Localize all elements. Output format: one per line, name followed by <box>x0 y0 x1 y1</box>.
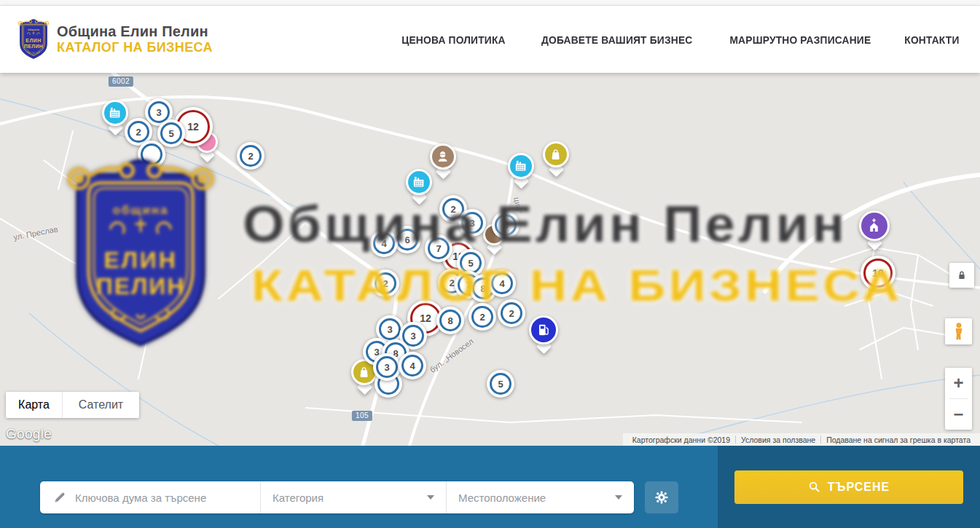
map-cluster-marker[interactable]: 3 <box>373 353 401 381</box>
lock-icon <box>956 269 968 281</box>
map-cluster-marker[interactable]: 10 <box>861 256 895 291</box>
cluster-count: 8 <box>447 315 452 326</box>
cluster-count: 10 <box>872 267 884 279</box>
brand[interactable]: Община Елин Пелин КАТАЛОГ НА БИЗНЕСА <box>16 17 213 62</box>
zoom-control: + − <box>945 368 972 430</box>
cluster-count: 3 <box>387 324 392 335</box>
cluster-count: 4 <box>499 278 504 289</box>
map-pin-fuel[interactable] <box>529 315 558 354</box>
top-strip <box>0 0 980 6</box>
keyword-search-input[interactable] <box>75 492 251 504</box>
cluster-count: 5 <box>498 379 503 390</box>
search-submit-panel: ТЪРСЕНЕ <box>718 446 980 528</box>
pencil-icon <box>53 491 66 504</box>
factory-icon <box>412 175 426 189</box>
map-cluster-marker[interactable]: 5 <box>487 370 514 398</box>
markers-layer: 3212522351364752278412822333834510 <box>0 73 980 446</box>
map-type-control: Карта Сателит <box>6 392 139 418</box>
search-fields-group: Категория Местоположение <box>40 481 634 513</box>
site-subtitle: КАТАЛОГ НА БИЗНЕСА <box>57 40 213 55</box>
zoom-in-button[interactable]: + <box>945 368 972 398</box>
bag-icon <box>549 147 562 161</box>
cluster-count: 3 <box>469 218 474 229</box>
map-attribution: Картографски данни ©2019 Условия за полз… <box>623 433 980 446</box>
cluster-count: 6 <box>404 235 409 245</box>
map-cluster-marker[interactable]: 2 <box>469 303 496 331</box>
municipality-crest-logo <box>16 17 51 62</box>
pegman-icon <box>951 322 967 341</box>
category-select[interactable]: Категория <box>260 481 446 513</box>
nav-item-route-schedule[interactable]: МАРШРУТНО РАЗПИСАНИЕ <box>730 34 871 46</box>
bag-icon <box>357 365 371 379</box>
cluster-count: 12 <box>420 312 431 324</box>
cluster-count: 8 <box>480 283 485 294</box>
location-select[interactable]: Местоположение <box>446 481 634 513</box>
attribution-terms-link[interactable]: Условия за ползване <box>736 436 820 444</box>
cluster-count: 3 <box>410 331 415 342</box>
map-cluster-marker[interactable]: 4 <box>370 229 398 257</box>
map-cluster-marker[interactable]: 2 <box>237 142 264 170</box>
map-pin-bag[interactable] <box>543 141 569 177</box>
location-select-placeholder: Местоположение <box>458 492 546 504</box>
gear-icon <box>654 489 670 505</box>
map-cluster-marker[interactable]: 4 <box>488 269 516 297</box>
map-cluster-marker[interactable]: 5 <box>492 211 520 239</box>
category-select-placeholder: Категория <box>273 492 324 504</box>
cluster-count: 2 <box>450 204 455 215</box>
map-cluster-marker[interactable]: 2 <box>372 269 399 297</box>
map-cluster-marker[interactable]: 2 <box>498 299 525 327</box>
main-nav: ЦЕНОВА ПОЛИТИКА ДОБАВЕТЕ ВАШИЯТ БИЗНЕС М… <box>397 6 962 73</box>
map-cluster-marker[interactable]: 6 <box>393 226 421 253</box>
cluster-count: 2 <box>136 127 141 138</box>
cluster-count: 4 <box>409 360 415 371</box>
map-type-map-button[interactable]: Карта <box>6 392 62 418</box>
map-type-satellite-button[interactable]: Сателит <box>62 392 139 418</box>
cluster-count: 4 <box>381 238 386 249</box>
map-pin-church[interactable] <box>859 210 890 251</box>
search-bar: ТЪРСЕНЕ Категория Местоположение <box>0 446 980 528</box>
church-icon <box>866 217 882 234</box>
cluster-count: 2 <box>449 277 454 288</box>
cluster-count: 2 <box>509 308 514 319</box>
factory-icon <box>514 159 528 173</box>
cluster-count: 2 <box>479 312 485 323</box>
street-view-pegman[interactable] <box>945 318 972 344</box>
advanced-settings-button[interactable] <box>645 481 678 513</box>
fullscreen-lock-button[interactable] <box>949 263 974 288</box>
nav-item-add-business[interactable]: ДОБАВЕТЕ ВАШИЯТ БИЗНЕС <box>541 34 692 46</box>
search-button[interactable]: ТЪРСЕНЕ <box>734 470 963 504</box>
chevron-down-icon <box>615 495 622 500</box>
nav-item-contacts[interactable]: КОНТАКТИ <box>904 34 959 46</box>
google-map[interactable]: 3212522351364752278412822333834510 Общин… <box>0 73 980 446</box>
map-cluster-marker[interactable]: 3 <box>458 209 486 237</box>
keyword-field <box>40 481 260 513</box>
map-pin-factory[interactable] <box>406 169 432 205</box>
google-logo[interactable]: Google <box>6 426 52 442</box>
map-pin-worker[interactable] <box>430 143 456 179</box>
map-cluster-marker[interactable]: 4 <box>399 352 426 379</box>
search-icon <box>808 481 820 493</box>
cluster-count: 3 <box>384 362 389 373</box>
map-pin-factory[interactable] <box>508 153 534 189</box>
map-cluster-marker[interactable]: 8 <box>436 307 464 334</box>
worker-icon <box>436 149 450 163</box>
map-cluster-marker[interactable]: 5 <box>157 119 185 147</box>
map-cluster-marker[interactable]: 7 <box>425 235 452 262</box>
header: Община Елин Пелин КАТАЛОГ НА БИЗНЕСА ЦЕН… <box>0 6 980 73</box>
map-cluster-marker[interactable] <box>138 141 165 168</box>
attribution-data: Картографски данни ©2019 <box>627 436 735 444</box>
site-title: Община Елин Пелин <box>57 23 213 40</box>
cluster-count: 5 <box>168 128 173 139</box>
nav-item-pricing[interactable]: ЦЕНОВА ПОЛИТИКА <box>401 34 505 46</box>
zoom-out-button[interactable]: − <box>945 399 972 430</box>
search-button-label: ТЪРСЕНЕ <box>828 481 890 494</box>
attribution-report-link[interactable]: Подаване на сигнал за грешка в картата <box>821 436 976 444</box>
cluster-count: 2 <box>248 151 253 162</box>
fuel-icon <box>536 322 552 338</box>
cluster-count: 12 <box>187 121 199 133</box>
cluster-count: 3 <box>156 107 161 118</box>
cluster-count: 5 <box>468 258 473 269</box>
chevron-down-icon <box>427 495 434 500</box>
cluster-count: 5 <box>503 220 508 231</box>
cluster-count: 7 <box>436 243 441 254</box>
